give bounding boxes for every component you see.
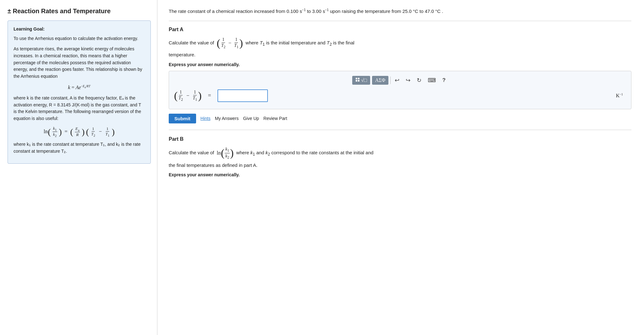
help-icon: ? — [442, 77, 445, 83]
equals-sign: = — [208, 92, 211, 99]
frac-1-T2: 1 T2 — [178, 89, 184, 102]
answer-area-a: √□ ΑΣΦ ↩ ↪ ↻ ⌨ ? — [169, 71, 631, 109]
grid-icon — [355, 77, 360, 83]
arrhenius-equation: k = Ae−Ea/RT — [14, 84, 145, 92]
express-label-a: Express your answer numerically. — [169, 62, 631, 67]
unit-label-a: K−1 — [616, 93, 626, 99]
review-part-button[interactable]: Review Part — [263, 116, 287, 121]
close-paren: ) — [198, 90, 201, 101]
radical-symbol: √□ — [361, 77, 367, 83]
body-text: As temperature rises, the average kineti… — [14, 46, 145, 80]
submit-button[interactable]: Submit — [169, 114, 196, 123]
problem-statement: The rate constant of a chemical reaction… — [169, 8, 631, 15]
keyboard-icon: ⌨ — [428, 77, 436, 83]
left-panel: ± Reaction Rates and Temperature Learnin… — [0, 0, 157, 335]
express-label-b: Express your answer numerically. — [169, 172, 631, 177]
part-b-section: Part B Calculate the value of ln( k1 k2 … — [169, 136, 631, 177]
part-b-question: Calculate the value of ln( k1 k2 ) where… — [169, 146, 631, 160]
redo-icon: ↪ — [406, 77, 410, 83]
give-up-button[interactable]: Give Up — [243, 116, 259, 121]
hints-button[interactable]: Hints — [201, 116, 211, 121]
answer-input-a[interactable] — [217, 89, 268, 102]
right-panel: The rate constant of a chemical reaction… — [157, 0, 644, 335]
redo-button[interactable]: ↪ — [404, 76, 413, 85]
toolbar-sep-1 — [390, 77, 391, 84]
minus-sign: − — [186, 93, 189, 99]
learning-box: Learning Goal: To use the Arrhenius equa… — [8, 20, 151, 164]
action-row-a: Submit Hints My Answers Give Up Review P… — [169, 114, 631, 123]
goal-text: To use the Arrhenius equation to calcula… — [14, 35, 145, 42]
help-button[interactable]: ? — [440, 76, 448, 85]
svg-rect-1 — [358, 78, 359, 79]
undo-button[interactable]: ↩ — [393, 76, 402, 85]
greek-symbols-button[interactable]: ΑΣΦ — [372, 76, 389, 85]
svg-rect-2 — [356, 80, 357, 82]
divider-1 — [169, 21, 631, 21]
frac-1-T1: 1 T1 — [192, 89, 198, 102]
open-paren: ( — [174, 90, 178, 101]
part-b-question-cont: the final temperatures as defined in par… — [169, 161, 631, 169]
part-a-question-cont: temperature. — [169, 51, 631, 59]
body-text2: where k is the rate constant, A is the f… — [14, 95, 145, 122]
part-a-question: Calculate the value of ( 1 T2 − 1 T1 ) w… — [169, 37, 631, 49]
part-b-label: Part B — [169, 136, 631, 142]
greek-label: ΑΣΦ — [375, 77, 386, 83]
my-answers-button[interactable]: My Answers — [215, 116, 239, 121]
svg-rect-3 — [358, 80, 359, 82]
panel-title: ± Reaction Rates and Temperature — [8, 8, 151, 15]
math-toolbar: √□ ΑΣΦ ↩ ↪ ↻ ⌨ ? — [174, 76, 626, 85]
reset-button[interactable]: ↻ — [415, 76, 424, 85]
part-a-label: Part A — [169, 27, 631, 32]
goal-title: Learning Goal: — [14, 26, 145, 33]
body-text3: where k₁ is the rate constant at tempera… — [14, 141, 145, 155]
undo-icon: ↩ — [395, 77, 399, 83]
svg-rect-0 — [356, 78, 357, 79]
part-a-section: Part A Calculate the value of ( 1 T2 − 1… — [169, 27, 631, 123]
divider-2 — [169, 130, 631, 130]
equation-input-row: ( 1 T2 − 1 T1 ) = K−1 — [174, 89, 626, 102]
rearranged-equation: ln( k1 k2 ) = ( Ea R ) ( 1 T2 − — [14, 126, 145, 138]
reset-icon: ↻ — [417, 77, 421, 83]
keyboard-button[interactable]: ⌨ — [426, 76, 438, 85]
math-input-button[interactable]: √□ — [352, 76, 370, 85]
